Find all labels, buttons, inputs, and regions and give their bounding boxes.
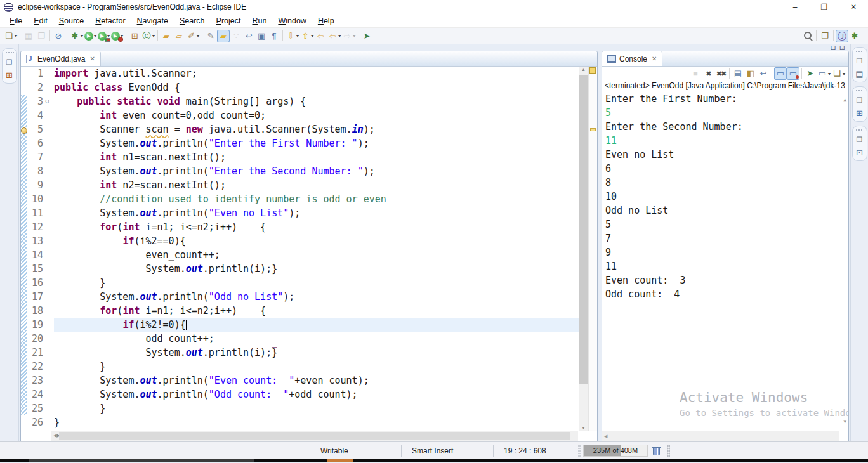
dropdown-arrow-icon[interactable]: ▾ (828, 71, 831, 77)
back-button[interactable]: ⇦▾ (327, 30, 341, 42)
debug-button[interactable]: ✱▾ (69, 30, 84, 42)
word-completion-button[interactable]: ∵ (230, 30, 242, 42)
pin-console-button[interactable]: ➤ (804, 67, 817, 80)
restore-pane-icon[interactable]: ❐ (855, 56, 865, 66)
overview-ruler[interactable] (588, 67, 597, 431)
menu-navigate[interactable]: Navigate (131, 15, 174, 27)
editor-horizontal-scrollbar[interactable]: ◀ ▶ (51, 431, 578, 441)
code-line-14[interactable]: even_count++; (54, 248, 579, 262)
warning-bulb-icon[interactable] (21, 127, 27, 134)
dropdown-arrow-icon[interactable]: ▾ (81, 33, 83, 39)
templates-view-icon[interactable]: ⊡ (855, 148, 865, 158)
terminate-button[interactable]: ■ (689, 67, 702, 80)
console-horizontal-scrollbar[interactable]: ◀ (602, 431, 839, 441)
dropdown-arrow-icon[interactable]: ▾ (843, 71, 845, 77)
java-perspective-button[interactable]: Ⓙ (836, 30, 848, 42)
open-perspective-button[interactable]: ❐ (819, 30, 831, 42)
code-line-24[interactable]: System.out.println("Odd count: "+odd_cou… (54, 388, 579, 401)
code-line-7[interactable]: int n1=scan.nextInt(); (54, 150, 579, 164)
debug-perspective-button[interactable]: ✱ (848, 30, 861, 42)
package-explorer-icon[interactable]: ⊞ (4, 70, 15, 81)
code-line-10[interactable]: //condition used to identify number is o… (54, 192, 579, 206)
tab-close-icon[interactable]: ✕ (652, 55, 657, 62)
code-line-23[interactable]: System.out.println("Even count: "+even_c… (54, 374, 579, 388)
warning-marker[interactable] (590, 128, 596, 131)
pin-editor-button[interactable]: ➤ (360, 30, 373, 42)
minimize-pane-icon[interactable]: ⊟ (831, 44, 836, 52)
tab-evenodd-java[interactable]: J EvenOdd.java ✕ (21, 51, 101, 66)
restore-button[interactable]: ❐ (810, 0, 839, 14)
menu-window[interactable]: Window (272, 15, 312, 27)
remove-all-button[interactable]: ✖✖ (714, 67, 727, 80)
word-wrap-button[interactable]: ↩ (757, 67, 770, 80)
code-line-3[interactable]: public static void main(String[] args) { (54, 95, 579, 108)
format-brush-button[interactable]: ✐▾ (185, 30, 200, 42)
tab-console[interactable]: Console ✕ (602, 51, 662, 66)
scroll-up-icon[interactable]: ▲ (579, 67, 588, 72)
code-line-11[interactable]: System.out.println("Even no List"); (54, 206, 579, 220)
menu-refactor[interactable]: Refactor (89, 15, 131, 27)
code-lines[interactable]: import java.util.Scanner;public class Ev… (51, 67, 579, 431)
code-line-25[interactable]: } (54, 401, 579, 415)
new-wizard-button[interactable]: ❏▾ (3, 30, 18, 42)
new-java-project-button[interactable]: ⊞ (128, 30, 141, 42)
skip-breakpoints-button[interactable]: ⊘ (52, 30, 65, 42)
outline-view-icon[interactable]: ⊞ (855, 108, 865, 119)
scrollbar-thumb[interactable] (579, 75, 588, 384)
show-on-stderr-button[interactable]: ▭ (787, 67, 799, 80)
last-edit-location-button[interactable]: ↩ (242, 30, 255, 42)
menu-project[interactable]: Project (211, 15, 247, 27)
code-line-17[interactable]: System.out.println("Odd no List"); (54, 290, 579, 304)
dropdown-arrow-icon[interactable]: ▾ (296, 33, 299, 39)
back-to-last-edit-button[interactable]: ⇦ (314, 30, 327, 42)
dropdown-arrow-icon[interactable]: ▾ (353, 33, 355, 39)
display-console-button[interactable]: ▭▾ (817, 67, 831, 80)
drag-handle[interactable] (578, 445, 581, 457)
profile-button[interactable]: ▶▾ (110, 30, 124, 42)
code-line-9[interactable]: int n2=scan.nextInt(); (54, 178, 579, 192)
open-type-button[interactable]: ▰ (160, 30, 173, 42)
code-line-2[interactable]: public class EvenOdd { (54, 81, 579, 95)
code-line-19[interactable]: if(i%2!=0){ (54, 318, 579, 332)
menu-edit[interactable]: Edit (28, 15, 53, 27)
close-button[interactable]: ✕ (839, 0, 868, 14)
warning-summary-icon[interactable] (589, 67, 596, 74)
restore-pane-icon[interactable]: ❐ (855, 95, 865, 105)
dropdown-arrow-icon[interactable]: ▾ (338, 33, 341, 39)
tab-close-icon[interactable]: ✕ (89, 55, 95, 62)
console-output[interactable]: Enter the First Number: 5Enter the Secon… (602, 92, 848, 431)
menu-run[interactable]: Run (246, 15, 272, 27)
code-line-20[interactable]: odd_count++; (54, 332, 579, 346)
coverage-button[interactable]: ▶▾ (97, 30, 110, 42)
next-annotation-button[interactable]: ⇩▾ (285, 30, 299, 42)
mark-occurrences-button[interactable]: ✎ (204, 30, 217, 42)
code-line-18[interactable]: for(int i=n1; i<=n2;i++) { (54, 304, 579, 318)
open-console-button[interactable]: ❏▾ (831, 67, 846, 80)
open-task-button[interactable]: ▱ (173, 30, 185, 42)
scroll-down-icon[interactable]: ▼ (579, 426, 588, 430)
highlighter-button[interactable]: ▰ (217, 30, 230, 42)
show-whitespace-button[interactable]: ¶ (268, 30, 280, 42)
console-view-icon[interactable]: ▤ (855, 69, 865, 79)
code-line-6[interactable]: System.out.println("Enter the First Numb… (54, 136, 579, 150)
maximize-pane-icon[interactable]: ⊡ (839, 44, 845, 52)
show-selected-element-button[interactable]: ▣ (255, 30, 268, 42)
code-line-21[interactable]: System.out.println(i);} (54, 346, 579, 360)
dropdown-arrow-icon[interactable]: ▾ (152, 33, 155, 39)
garbage-collect-icon[interactable] (652, 446, 661, 455)
code-line-26[interactable]: } (54, 415, 579, 429)
code-line-8[interactable]: System.out.println("Enter the Second Num… (54, 164, 579, 178)
new-class-button[interactable]: Ⓒ▾ (141, 30, 155, 42)
prev-annotation-button[interactable]: ⇧▾ (299, 30, 314, 42)
code-line-5[interactable]: Scanner scan = new java.util.Scanner(Sys… (54, 122, 579, 136)
remove-launch-button[interactable]: ✖ (702, 67, 714, 80)
drag-handle[interactable] (5, 51, 14, 54)
menu-source[interactable]: Source (53, 15, 90, 27)
dropdown-arrow-icon[interactable]: ▾ (311, 33, 313, 39)
code-line-13[interactable]: if(i%2==0){ (54, 234, 579, 248)
save-all-button[interactable]: ❐ (35, 30, 48, 42)
drag-handle[interactable] (855, 89, 864, 92)
code-line-16[interactable]: } (54, 276, 579, 290)
save-button[interactable]: ▦ (22, 30, 35, 42)
code-line-4[interactable]: int even_count=0,odd_count=0; (54, 108, 579, 122)
